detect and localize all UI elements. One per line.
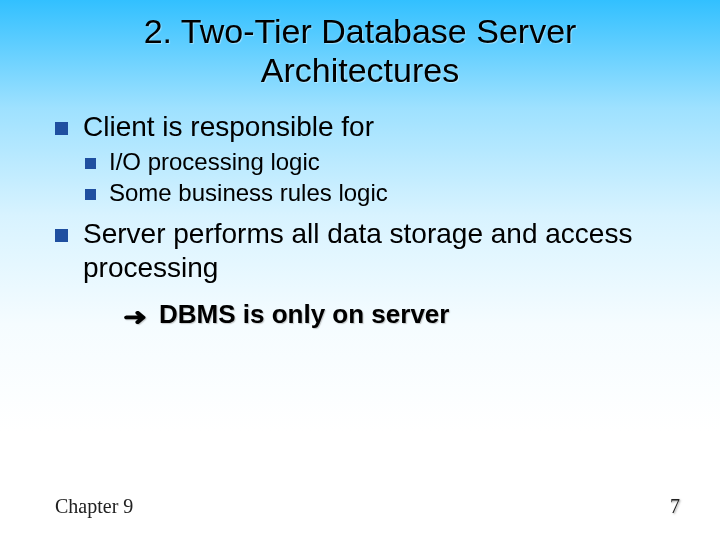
slide: 2. Two-Tier Database Server Architecture… xyxy=(0,0,720,540)
square-bullet-icon xyxy=(85,189,96,200)
square-bullet-icon xyxy=(85,158,96,169)
bullet-text: Server performs all data storage and acc… xyxy=(83,218,632,283)
arrow-conclusion: ➜ DBMS is only on server xyxy=(125,299,680,330)
bullet-server: Server performs all data storage and acc… xyxy=(55,217,680,284)
footer-page-number: 7 xyxy=(670,495,680,518)
slide-title: 2. Two-Tier Database Server Architecture… xyxy=(0,0,720,90)
slide-body: Client is responsible for I/O processing… xyxy=(0,90,720,330)
bullet-text: Some business rules logic xyxy=(109,179,388,206)
bullet-text: Client is responsible for xyxy=(83,111,374,142)
arrow-right-icon: ➜ xyxy=(123,303,147,332)
square-bullet-icon xyxy=(55,229,68,242)
conclusion-text: DBMS is only on server xyxy=(159,299,449,329)
bullet-client: Client is responsible for xyxy=(55,110,680,144)
footer-chapter: Chapter 9 xyxy=(55,495,133,518)
title-line-2: Architectures xyxy=(261,51,459,89)
bullet-text: I/O processing logic xyxy=(109,148,320,175)
subbullet-io: I/O processing logic xyxy=(85,148,680,177)
square-bullet-icon xyxy=(55,122,68,135)
title-line-1: 2. Two-Tier Database Server xyxy=(144,12,577,50)
subbullet-rules: Some business rules logic xyxy=(85,179,680,208)
